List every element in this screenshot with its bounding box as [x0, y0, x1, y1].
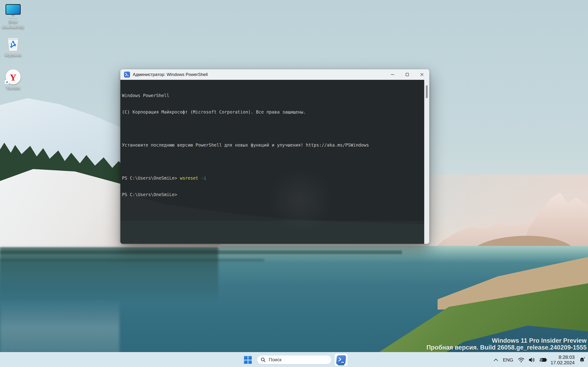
taskbar: Поиск ENG: [0, 352, 588, 367]
console-transparency-water: [120, 221, 429, 244]
battery-charging-icon: [539, 357, 547, 363]
console-blank-line: [122, 126, 424, 131]
console-blank-line: [122, 159, 424, 164]
command-argument: -i: [201, 175, 206, 181]
wallpaper-tree-reflection: [0, 247, 218, 302]
console-prompt-line: PS C:\Users\OneSmiLe>: [122, 192, 424, 197]
wallpaper-slope-reflection: [0, 298, 120, 353]
close-icon: [420, 73, 424, 76]
desktop-icon-yandex[interactable]: Y Yandex: [0, 68, 26, 91]
console-line: (C) Корпорация Майкрософт (Microsoft Cor…: [122, 109, 424, 115]
taskbar-clock[interactable]: 8:28:03 17.02.2024: [551, 354, 576, 365]
volume-icon: [528, 357, 536, 363]
powershell-window: Администратор: Windows PowerShell Window…: [120, 69, 429, 244]
prompt-text: PS C:\Users\OneSmiLe>: [122, 175, 177, 181]
clock-date: 17.02.2024: [551, 360, 575, 365]
close-button[interactable]: [415, 69, 429, 80]
console-command-line: PS C:\Users\OneSmiLe>wsreset-i: [122, 175, 424, 181]
desktop-icon-label: Этот компьютер: [0, 20, 26, 30]
taskbar-search[interactable]: Поиск: [257, 355, 332, 365]
window-title: Администратор: Windows PowerShell: [133, 72, 208, 77]
desktop-icon-label: Yandex: [6, 86, 20, 91]
console-line: Windows PowerShell: [122, 93, 424, 98]
notification-bell-button[interactable]: z z: [576, 352, 588, 367]
maximize-button[interactable]: [400, 69, 415, 80]
do-not-disturb-bell-icon: z z: [579, 356, 586, 364]
console-area[interactable]: Windows PowerShell (C) Корпорация Майкро…: [120, 80, 429, 244]
watermark-edition: Windows 11 Pro Insider Preview: [426, 337, 587, 344]
desktop-icon-label: Корзина: [5, 53, 21, 58]
this-pc-icon: [6, 4, 21, 18]
svg-text:z: z: [581, 359, 582, 361]
console-line: Установите последнюю версию PowerShell д…: [122, 142, 424, 148]
console-output: Windows PowerShell (C) Корпорация Майкро…: [120, 80, 424, 208]
watermark-build: Пробная версия. Build 26058.ge_release.2…: [426, 344, 587, 351]
powershell-icon: [124, 72, 130, 77]
clock-time: 8:28:03: [551, 354, 575, 360]
desktop-icon-recycle-bin[interactable]: Корзина: [0, 35, 26, 58]
scrollbar-track[interactable]: [424, 80, 429, 244]
start-button[interactable]: [243, 355, 253, 365]
shortcut-arrow-icon: [5, 80, 9, 84]
system-tray: ENG 8:28:03 17.02.2024: [491, 352, 588, 367]
scrollbar-thumb[interactable]: [426, 85, 428, 98]
tray-status-icons[interactable]: [515, 352, 551, 367]
search-icon: [260, 357, 266, 362]
command-text: wsreset: [180, 175, 198, 181]
recycle-bin-icon: [7, 36, 19, 51]
tray-overflow-button[interactable]: [491, 352, 501, 367]
yandex-browser-icon: Y: [6, 69, 21, 84]
maximize-icon: [405, 73, 409, 76]
windows-logo-icon: [244, 356, 252, 364]
chevron-up-icon: [493, 359, 498, 361]
powershell-taskbar-icon: [336, 355, 346, 365]
language-indicator[interactable]: ENG: [501, 357, 515, 363]
window-title-bar[interactable]: Администратор: Windows PowerShell: [120, 69, 429, 80]
insider-watermark: Windows 11 Pro Insider Preview Пробная в…: [426, 337, 587, 351]
minimize-icon: [391, 73, 394, 76]
desktop-icon-this-pc[interactable]: Этот компьютер: [0, 2, 26, 30]
search-label: Поиск: [269, 357, 281, 362]
minimize-button[interactable]: [385, 69, 400, 80]
prompt-text: PS C:\Users\OneSmiLe>: [122, 192, 177, 197]
svg-text:z: z: [584, 357, 585, 359]
running-app-indicator: [338, 364, 344, 365]
wifi-icon: [518, 357, 525, 363]
taskbar-powershell-button[interactable]: [335, 354, 347, 366]
